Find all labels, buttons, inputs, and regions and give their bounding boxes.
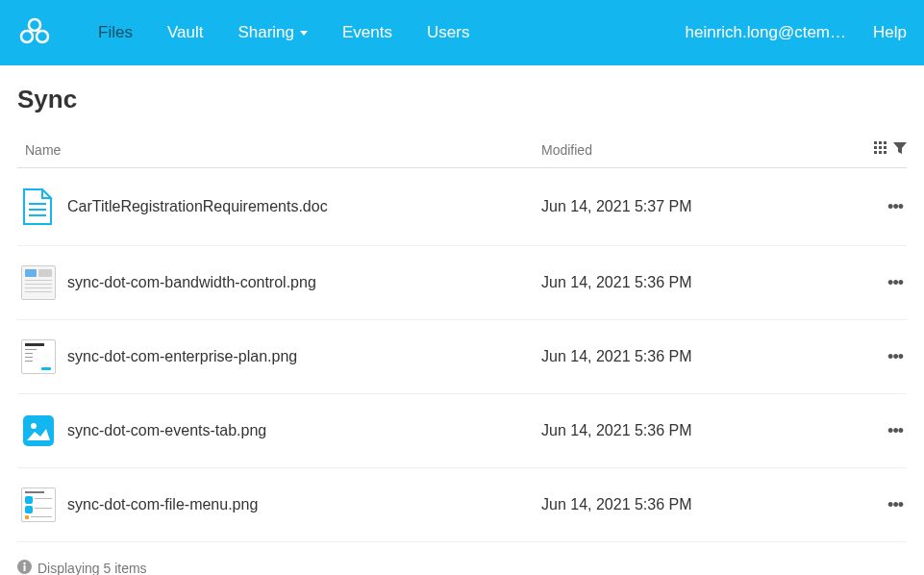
file-icon-thumbnail [17, 488, 67, 522]
table-row[interactable]: sync-dot-com-bandwidth-control.png Jun 1… [17, 246, 907, 320]
svg-rect-19 [24, 565, 26, 571]
nav-sharing[interactable]: Sharing [220, 23, 325, 42]
svg-rect-11 [884, 151, 887, 154]
filter-icon[interactable] [893, 141, 907, 158]
table-row[interactable]: sync-dot-com-events-tab.png Jun 14, 2021… [17, 394, 907, 468]
table-row[interactable]: sync-dot-com-file-menu.png Jun 14, 2021 … [17, 468, 907, 542]
file-modified: Jun 14, 2021 5:36 PM [541, 496, 849, 513]
nav-files[interactable]: Files [81, 23, 150, 42]
svg-rect-4 [879, 141, 882, 144]
table-row[interactable]: CarTitleRegistrationRequirements.doc Jun… [17, 168, 907, 246]
file-name: sync-dot-com-file-menu.png [67, 496, 541, 513]
table-row[interactable]: sync-dot-com-enterprise-plan.png Jun 14,… [17, 320, 907, 394]
nav-menu: Files Vault Sharing Events Users [81, 23, 686, 42]
column-header-modified[interactable]: Modified [541, 142, 849, 158]
svg-rect-5 [884, 141, 887, 144]
help-link[interactable]: Help [873, 23, 907, 42]
footer: Displaying 5 items [17, 542, 907, 575]
more-icon[interactable]: ••• [887, 197, 903, 217]
user-menu: heinrich.long@ctem… Help [686, 23, 907, 42]
more-icon[interactable]: ••• [887, 421, 903, 441]
table-header: Name Modified [17, 132, 907, 168]
svg-rect-6 [874, 146, 877, 149]
file-icon-thumbnail [17, 265, 67, 300]
svg-point-2 [37, 31, 48, 42]
nav-events[interactable]: Events [325, 23, 410, 42]
svg-rect-9 [874, 151, 877, 154]
nav-vault[interactable]: Vault [150, 23, 221, 42]
file-actions: ••• [849, 273, 907, 293]
page-title: Sync [17, 85, 907, 114]
svg-point-1 [21, 31, 33, 42]
svg-rect-7 [879, 146, 882, 149]
file-actions: ••• [849, 197, 907, 217]
nav-label: Events [342, 23, 392, 42]
svg-point-18 [23, 562, 25, 564]
nav-label: Files [98, 23, 133, 42]
svg-rect-15 [23, 415, 54, 446]
svg-rect-8 [884, 146, 887, 149]
user-email-dropdown[interactable]: heinrich.long@ctem… [686, 23, 847, 42]
nav-label: Users [427, 23, 469, 42]
caret-down-icon [300, 31, 308, 36]
grid-view-icon[interactable] [874, 141, 887, 158]
nav-label: Vault [167, 23, 204, 42]
file-actions: ••• [849, 421, 907, 441]
svg-rect-3 [874, 141, 877, 144]
file-modified: Jun 14, 2021 5:37 PM [541, 198, 849, 215]
file-modified: Jun 14, 2021 5:36 PM [541, 422, 849, 439]
file-actions: ••• [849, 495, 907, 515]
more-icon[interactable]: ••• [887, 347, 903, 367]
more-icon[interactable]: ••• [887, 273, 903, 293]
file-icon-image [17, 413, 67, 448]
file-name: sync-dot-com-events-tab.png [67, 422, 541, 439]
file-icon-doc [17, 188, 67, 226]
nav-users[interactable]: Users [410, 23, 487, 42]
file-name: sync-dot-com-bandwidth-control.png [67, 274, 541, 291]
file-modified: Jun 14, 2021 5:36 PM [541, 274, 849, 291]
info-icon [17, 560, 32, 575]
footer-text: Displaying 5 items [37, 561, 147, 575]
file-icon-thumbnail [17, 339, 67, 374]
svg-rect-10 [879, 151, 882, 154]
content: Sync Name Modified [0, 65, 924, 575]
sync-logo-icon[interactable] [17, 15, 52, 50]
topbar: Files Vault Sharing Events Users heinric… [0, 0, 924, 65]
svg-point-0 [29, 19, 40, 31]
nav-label: Sharing [237, 23, 294, 42]
svg-point-16 [31, 423, 37, 429]
file-actions: ••• [849, 347, 907, 367]
file-name: CarTitleRegistrationRequirements.doc [67, 198, 541, 215]
column-header-name[interactable]: Name [17, 142, 541, 158]
file-modified: Jun 14, 2021 5:36 PM [541, 348, 849, 365]
more-icon[interactable]: ••• [887, 495, 903, 515]
column-header-actions [849, 141, 907, 158]
file-name: sync-dot-com-enterprise-plan.png [67, 348, 541, 365]
